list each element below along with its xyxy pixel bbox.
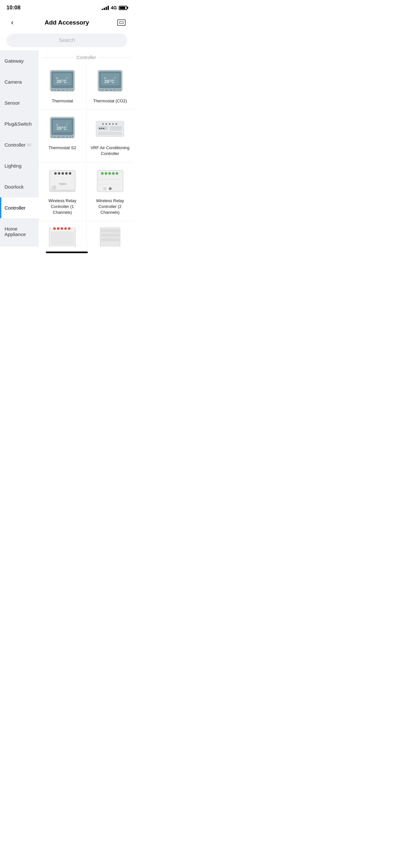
status-time: 10:08 — [6, 4, 20, 11]
relay-2ch-label: Wireless Relay Controller (2 Channels) — [90, 198, 131, 216]
vrf-ac-label: VRF Air Conditioning Controller — [90, 145, 131, 157]
sidebar-item-plug-switch[interactable]: Plug&Switch — [0, 113, 39, 134]
home-indicator — [46, 252, 88, 253]
svg-text:26°C: 26°C — [104, 79, 115, 84]
svg-point-44 — [109, 123, 111, 125]
svg-point-9 — [56, 89, 57, 91]
sidebar-label-plug-switch: Plug&Switch — [4, 121, 32, 127]
svg-point-80 — [68, 227, 71, 230]
sidebar: Gateway Camera Sensor Plug&Switch Contro… — [0, 51, 39, 247]
product-relay-1ch[interactable]: Aqara Wireless Relay Controller (1 Chann… — [39, 162, 86, 221]
search-container: Search — [0, 32, 134, 51]
product-partial-1[interactable] — [39, 221, 86, 247]
svg-rect-81 — [51, 231, 74, 245]
sidebar-item-sensor[interactable]: Sensor — [0, 92, 39, 113]
sidebar-item-camera[interactable]: Camera — [0, 71, 39, 92]
svg-text:26°C: 26°C — [57, 79, 67, 84]
svg-text:■ ■ ■: ■ ■ ■ — [99, 127, 104, 129]
sidebar-label-home-appliance: Home Appliance — [4, 226, 26, 237]
svg-point-45 — [112, 123, 114, 125]
section-header-label: Controller — [76, 55, 96, 60]
relay-1ch-label: Wireless Relay Controller (1 Channels) — [42, 198, 83, 216]
sidebar-item-controller-wi[interactable]: Controller Wi — [0, 134, 39, 155]
thermostat-label: Thermostat — [52, 98, 73, 104]
svg-point-43 — [105, 123, 107, 125]
svg-point-69 — [112, 172, 114, 175]
product-relay-2ch[interactable]: Wireless Relay Controller (2 Channels) — [87, 162, 134, 221]
svg-point-60 — [65, 172, 68, 175]
product-thermostat-co2[interactable]: ❄ ☀ 26°C Thermostat (CO2) — [87, 63, 134, 109]
product-thermostat[interactable]: ❄ ☀ 26°C — [39, 63, 86, 109]
product-partial-2[interactable] — [87, 221, 134, 247]
svg-rect-34 — [51, 135, 73, 138]
search-bar[interactable]: Search — [6, 34, 127, 47]
svg-point-59 — [62, 172, 64, 175]
svg-point-66 — [101, 172, 104, 175]
sidebar-item-home-appliance[interactable]: Home Appliance — [0, 218, 39, 245]
svg-point-36 — [60, 136, 62, 137]
svg-point-61 — [69, 172, 71, 175]
header: ‹ Add Accessory — [0, 13, 134, 32]
signal-bar-1 — [102, 9, 103, 10]
thermostat-co2-device-icon: ❄ ☀ 26°C — [96, 69, 125, 95]
svg-point-24 — [112, 89, 114, 91]
products-area: Controller ❄ ☀ — [39, 51, 134, 247]
thermostat-device-icon: ❄ ☀ 26°C — [48, 69, 77, 95]
thermostat-image: ❄ ☀ 26°C — [46, 69, 79, 95]
scan-icon — [117, 20, 126, 26]
svg-point-77 — [57, 227, 60, 230]
sidebar-item-lighting[interactable]: Lighting — [0, 155, 39, 176]
svg-point-11 — [65, 89, 66, 91]
signal-bars — [102, 6, 109, 10]
partial-1-device-icon — [48, 227, 77, 247]
product-thermostat-s2[interactable]: ❄ ☀ 26°C Thermostat S2 — [39, 110, 86, 162]
signal-bar-4 — [107, 6, 109, 10]
status-bar: 10:08 4G — [0, 0, 134, 13]
sidebar-item-doorlock[interactable]: Doorlock — [0, 176, 39, 197]
svg-point-10 — [60, 89, 62, 91]
main-content: Gateway Camera Sensor Plug&Switch Contro… — [0, 51, 134, 247]
vrf-ac-image: ■ ■ ■ — [94, 116, 126, 142]
partial-1-image — [46, 227, 79, 247]
svg-point-63 — [52, 185, 56, 190]
products-grid: ❄ ☀ 26°C — [39, 63, 134, 247]
battery-fill — [120, 7, 125, 9]
svg-point-38 — [68, 136, 69, 137]
sidebar-label-controller-wi: Controller — [4, 142, 26, 148]
sidebar-label-controller: Controller — [4, 205, 26, 211]
thermostat-s2-device-icon: ❄ ☀ 26°C — [48, 116, 77, 142]
svg-rect-64 — [50, 190, 75, 192]
sidebar-label-wi: Wi — [27, 143, 31, 147]
section-header-controller: Controller — [39, 51, 134, 63]
page-title: Add Accessory — [44, 19, 89, 26]
sidebar-label-lighting: Lighting — [4, 163, 22, 168]
sidebar-item-controller[interactable]: Controller — [0, 197, 39, 218]
svg-point-35 — [56, 136, 57, 137]
svg-point-79 — [64, 227, 67, 230]
svg-rect-0 — [118, 20, 125, 26]
back-button[interactable]: ‹ — [6, 17, 18, 28]
network-type: 4G — [111, 5, 117, 10]
svg-point-58 — [58, 172, 61, 175]
sidebar-label-camera: Camera — [4, 79, 22, 85]
svg-point-67 — [104, 172, 107, 175]
product-vrf-ac[interactable]: ■ ■ ■ VRF Air Conditioning Controller — [87, 110, 134, 162]
svg-point-72 — [109, 187, 112, 190]
svg-point-42 — [102, 123, 104, 125]
svg-text:26°C: 26°C — [57, 126, 67, 131]
scan-button[interactable] — [116, 17, 127, 28]
partial-2-device-icon — [96, 227, 125, 247]
sidebar-label-gateway: Gateway — [4, 58, 24, 64]
svg-point-46 — [116, 123, 117, 125]
relay-1ch-device-icon: Aqara — [48, 169, 77, 195]
svg-rect-84 — [101, 229, 119, 232]
svg-rect-21 — [99, 89, 121, 91]
svg-rect-85 — [101, 234, 119, 237]
svg-point-25 — [116, 89, 117, 91]
svg-text:Aqara: Aqara — [59, 182, 66, 185]
svg-point-78 — [61, 227, 63, 230]
relay-1ch-image: Aqara — [46, 169, 79, 195]
relay-2ch-device-icon — [96, 169, 125, 195]
sidebar-item-gateway[interactable]: Gateway — [0, 51, 39, 71]
search-placeholder: Search — [59, 37, 75, 43]
